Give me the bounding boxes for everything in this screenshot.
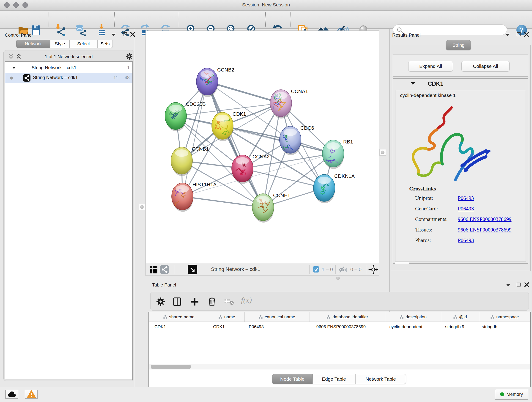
network-node-CCNB2[interactable] <box>196 68 218 97</box>
window-title: Session: New Session <box>0 2 532 7</box>
column-header[interactable]: @id <box>441 312 479 322</box>
node-label-HIST1H1A: HIST1H1A <box>192 182 216 187</box>
netbar-separator <box>309 265 310 274</box>
network-node-CDKN1A[interactable] <box>313 174 335 203</box>
crosslink-tissues[interactable]: 9606.ENSP00000378699 <box>458 227 512 233</box>
gear-icon[interactable] <box>157 298 165 306</box>
panel-menu-icon[interactable] <box>506 284 510 287</box>
node-label-RB1: RB1 <box>343 139 353 145</box>
tree-expander-icon[interactable] <box>12 67 16 69</box>
network-view-toolbar: String Network – cdk1 1 – 0 0 – 0 <box>146 263 379 275</box>
network-tree-root-row[interactable]: String Network – cdk1 1 <box>5 64 133 72</box>
crosslink-compartments[interactable]: 9606.ENSP00000378699 <box>458 216 512 222</box>
network-node-CCNE1[interactable] <box>252 194 274 223</box>
network-node-RB1[interactable] <box>322 140 344 169</box>
network-canvas[interactable]: CCNB2CCNA1CDC25BCDK1CDC6RB1CCNB1CCNA2CDK… <box>146 31 379 263</box>
tab-select[interactable]: Select <box>70 40 97 48</box>
panel-menu-icon[interactable] <box>112 34 116 36</box>
gene-card: cyclin-dependent kinase 1 CrossLinks <box>395 90 526 262</box>
gene-symbol: CDK1 <box>428 80 443 87</box>
node-label-CCNE1: CCNE1 <box>273 192 290 198</box>
memory-status-icon <box>500 392 504 396</box>
network-window: CCNB2CCNA1CDC25BCDK1CDC6RB1CCNB1CCNA2CDK… <box>146 31 379 276</box>
birdseye-navigator-icon[interactable] <box>368 265 378 274</box>
column-type-icon <box>163 315 167 319</box>
splitter-collapse-left[interactable] <box>139 204 145 210</box>
splitter-collapse-right[interactable] <box>380 149 386 156</box>
panel-close-icon[interactable] <box>524 282 529 287</box>
results-panel: Results Panel String Expand All Collapse… <box>390 29 532 276</box>
selected-nodes-checkbox[interactable] <box>313 266 319 273</box>
memory-button[interactable]: Memory <box>495 389 528 400</box>
node-label-CDC25B: CDC25B <box>186 101 206 107</box>
collapse-all-button[interactable]: Collapse All <box>462 61 510 71</box>
results-hscrollbar[interactable] <box>395 262 409 264</box>
table-hscrollbar-track[interactable] <box>149 364 530 370</box>
column-header[interactable]: canonical name <box>244 312 309 322</box>
detach-view-icon[interactable] <box>188 265 197 274</box>
grid-view-icon[interactable] <box>150 266 158 274</box>
show-columns-icon[interactable] <box>172 297 182 306</box>
panel-float-icon[interactable] <box>517 283 520 287</box>
delete-column-icon[interactable] <box>207 297 216 306</box>
network-node-HIST1H1A[interactable] <box>172 183 193 212</box>
crosslink-uniprot[interactable]: P06493 <box>458 195 474 201</box>
panel-close-icon[interactable] <box>130 32 135 37</box>
crosslink-label: GeneCard: <box>415 206 438 212</box>
panel-close-icon[interactable] <box>524 32 529 37</box>
crosslink-pharos[interactable]: P06493 <box>458 237 474 243</box>
crosslink-label: Tissues: <box>415 227 432 233</box>
column-type-icon <box>327 315 330 319</box>
string-network-icon <box>23 74 31 82</box>
column-header[interactable]: description <box>385 312 441 322</box>
network-selection-summary: 1 of 1 Network selected <box>27 54 110 59</box>
expand-all-button[interactable]: Expand All <box>408 61 453 71</box>
network-node-CDC25B[interactable] <box>165 102 186 131</box>
status-bar: Memory <box>0 387 532 402</box>
cloud-status-button[interactable] <box>5 390 18 399</box>
panel-float-icon[interactable] <box>517 32 520 36</box>
network-node-CDK1[interactable] <box>212 112 233 141</box>
column-header[interactable]: shared name <box>149 312 209 322</box>
network-list: String Network – cdk1 1 String Network –… <box>5 61 133 380</box>
collection-count: 1 <box>127 65 130 70</box>
gene-section: CDK1 cyclin-dependent kinase 1 <box>393 78 528 264</box>
node-label-CCNA1: CCNA1 <box>291 89 308 94</box>
expand-all-icon[interactable] <box>16 54 22 59</box>
warning-status-button[interactable] <box>25 390 38 399</box>
gene-section-header[interactable]: CDK1 <box>393 79 528 89</box>
crosslinks-title: CrossLinks <box>409 186 436 192</box>
column-header[interactable]: namespace <box>479 312 530 322</box>
column-header[interactable]: database identifier <box>310 312 385 322</box>
share-view-icon[interactable] <box>160 265 169 274</box>
gear-icon[interactable] <box>126 53 133 60</box>
network-node-CCNA2[interactable] <box>232 155 253 184</box>
collapse-all-icon[interactable] <box>8 54 14 59</box>
section-expander-icon[interactable] <box>411 82 415 85</box>
gene-description: cyclin-dependent kinase 1 <box>400 93 456 98</box>
toolbar-separator <box>179 12 179 27</box>
tab-network[interactable]: Network <box>16 40 50 48</box>
table-toolbar: f(x) <box>150 292 529 311</box>
table-hscrollbar-thumb[interactable] <box>151 365 191 369</box>
tab-sets[interactable]: Sets <box>97 40 113 48</box>
tab-network-table[interactable]: Network Table <box>355 374 406 384</box>
tab-string[interactable]: String <box>446 40 471 50</box>
tab-node-table[interactable]: Node Table <box>272 374 312 384</box>
network-node-CCNA1[interactable] <box>270 89 292 119</box>
network-tree-child-row[interactable]: String Network – cdk1 11 48 <box>5 73 133 83</box>
network-node-CDC6[interactable] <box>279 126 301 155</box>
network-node-CCNB1[interactable] <box>171 147 192 176</box>
toolbar-separator <box>49 12 49 27</box>
hidden-eye-icon[interactable] <box>339 266 348 274</box>
column-header[interactable]: name <box>209 312 244 322</box>
tab-style[interactable]: Style <box>50 40 70 48</box>
table-row[interactable]: CDK1 CDK1 P06493 9606.ENSP00000378699 cy… <box>149 322 530 332</box>
node-label-CCNB2: CCNB2 <box>217 67 234 73</box>
crosslink-label: Compartments: <box>415 216 448 222</box>
panel-float-icon[interactable] <box>123 32 127 36</box>
create-column-icon[interactable] <box>190 297 199 306</box>
crosslink-genecard[interactable]: P06493 <box>458 206 474 212</box>
panel-menu-icon[interactable] <box>506 34 510 36</box>
tab-edge-table[interactable]: Edge Table <box>312 374 355 384</box>
